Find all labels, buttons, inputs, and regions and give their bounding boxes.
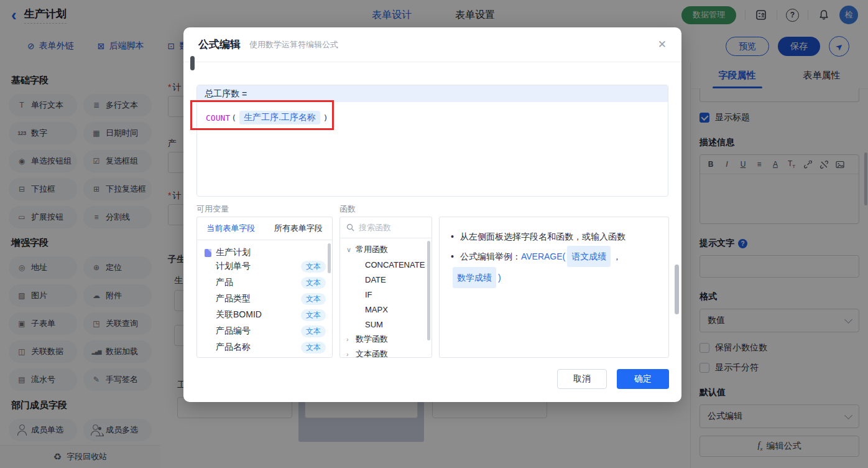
annotation-highlight-box: [190, 100, 334, 130]
formula-editor-modal: 公式编辑 使用数学运算符编辑公式 ✕ 总工序数 = COUNT ( 生产工序.工…: [183, 27, 681, 402]
function-name: 数学函数: [356, 334, 388, 345]
function-list-item[interactable]: DATE: [340, 272, 432, 287]
function-name: IF: [365, 290, 372, 299]
help-example: 公式编辑举例：AVERAGE(语文成绩，数学成绩): [451, 246, 657, 288]
tab-current-form-fields[interactable]: 当前表单字段: [206, 223, 255, 234]
variable-field-row[interactable]: 产品类型 文本: [216, 291, 326, 307]
function-name: CONCATENATE: [365, 260, 425, 269]
formula-target: 总工序数: [205, 88, 239, 100]
field-type-badge: 文本: [301, 342, 326, 353]
function-list: ∨ 常用函数 CONCATENATE DATE IF: [340, 238, 432, 358]
function-name: 常用函数: [356, 244, 388, 255]
cancel-button[interactable]: 取消: [557, 369, 607, 389]
tree-chevron-icon: ∨: [346, 246, 353, 254]
tree-chevron-icon: ›: [346, 350, 353, 358]
variables-tabs: 当前表单字段 所有表单字段: [197, 217, 332, 240]
function-list-item[interactable]: › 数学函数: [340, 332, 432, 347]
field-type-badge: 文本: [301, 261, 326, 273]
functions-heading: 函数: [339, 204, 356, 215]
variable-field-list: 计划单号 文本 产品 文本 产品类型 文本 关联BOMID 文本: [197, 258, 332, 355]
variable-field-row[interactable]: 计划单号 文本: [216, 258, 326, 274]
functions-scrollbar[interactable]: [427, 241, 430, 340]
search-icon: [346, 223, 354, 232]
variables-panel: 当前表单字段 所有表单字段 生产计划 计划单号 文本 产品 文本 产品类型: [196, 217, 333, 358]
variable-field-name: 计划单号: [216, 261, 251, 272]
modal-body-scrollbar-thumb[interactable]: [675, 264, 679, 314]
field-type-badge: 文本: [301, 277, 326, 289]
canvas-scrollbar-thumb[interactable]: [190, 56, 195, 70]
tab-all-form-fields[interactable]: 所有表单字段: [274, 223, 323, 234]
field-type-badge: 文本: [301, 293, 326, 305]
modal-footer: 取消 确定: [557, 369, 669, 389]
function-name: DATE: [365, 275, 386, 284]
variable-field-row[interactable]: 产品名称 文本: [216, 339, 326, 355]
field-type-badge: 文本: [301, 309, 326, 321]
variable-field-name: 产品类型: [216, 293, 251, 304]
variables-scrollbar[interactable]: [328, 243, 331, 273]
formula-target-row: 总工序数 =: [197, 85, 668, 102]
example-chip: 语文成绩: [567, 246, 611, 267]
variable-field-name: 关联BOMID: [216, 309, 262, 321]
function-name: MAPX: [365, 305, 388, 314]
modal-header: 公式编辑 使用数学运算符编辑公式 ✕: [183, 27, 681, 62]
form-tree-root[interactable]: 生产计划: [205, 247, 332, 258]
variable-field-row[interactable]: 产品编号 文本: [216, 323, 326, 339]
modal-title: 公式编辑: [198, 37, 241, 52]
tree-chevron-icon: ›: [346, 335, 353, 343]
confirm-button[interactable]: 确定: [617, 369, 669, 389]
function-list-item[interactable]: ∨ 常用函数: [340, 242, 432, 257]
field-type-badge: 文本: [301, 325, 326, 337]
variables-heading: 可用变量: [196, 204, 229, 215]
modal-subtitle: 使用数学运算符编辑公式: [249, 39, 338, 50]
variable-field-row[interactable]: 关联BOMID 文本: [216, 307, 326, 323]
function-list-item[interactable]: IF: [340, 287, 432, 302]
variable-field-name: 产品: [216, 277, 233, 288]
function-list-item[interactable]: MAPX: [340, 302, 432, 317]
formula-editor[interactable]: 总工序数 = COUNT ( 生产工序.工序名称 ): [196, 85, 668, 197]
example-chip: 数学成绩: [453, 267, 496, 288]
search-placeholder: 搜索函数: [359, 222, 391, 233]
functions-panel: 搜索函数 ∨ 常用函数 CONCATENATE DATE: [339, 217, 432, 358]
function-list-item[interactable]: › 文本函数: [340, 347, 432, 358]
function-list-item[interactable]: CONCATENATE: [340, 257, 432, 272]
form-doc-icon: [205, 249, 211, 257]
variable-field-name: 产品编号: [216, 325, 251, 337]
example-function: AVERAGE(: [521, 247, 565, 266]
close-icon[interactable]: ✕: [658, 38, 667, 51]
variable-field-name: 产品名称: [216, 342, 251, 353]
function-list-item[interactable]: SUM: [340, 317, 432, 332]
function-search[interactable]: 搜索函数: [340, 217, 432, 238]
function-name: SUM: [365, 320, 383, 329]
equals-sign: =: [242, 89, 247, 99]
function-name: 文本函数: [356, 349, 388, 358]
formula-help-panel: 从左侧面板选择字段名和函数，或输入函数 公式编辑举例：AVERAGE(语文成绩，…: [439, 217, 669, 358]
help-tip: 从左侧面板选择字段名和函数，或输入函数: [451, 227, 657, 246]
variable-field-row[interactable]: 产品 文本: [216, 274, 326, 291]
